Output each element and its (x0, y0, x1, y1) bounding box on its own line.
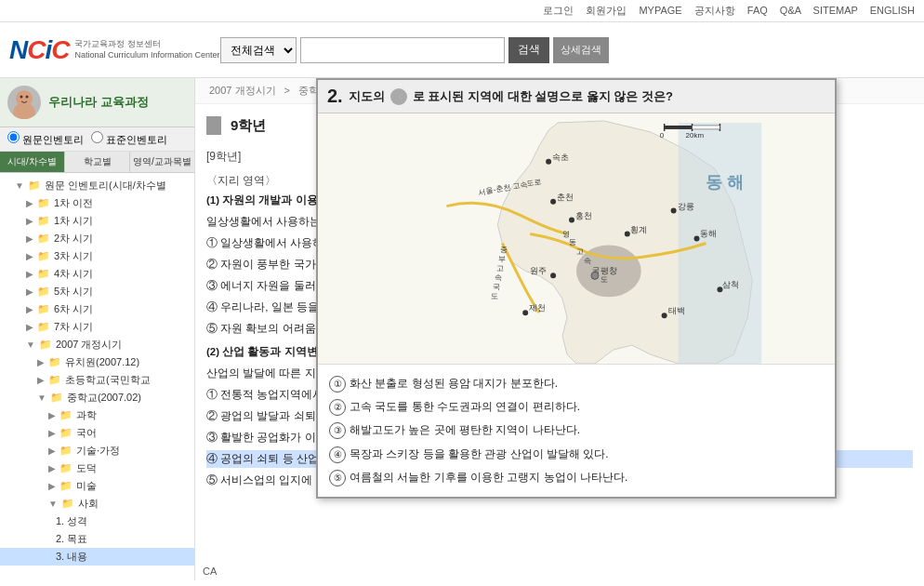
tree-item-2007[interactable]: ▼📁2007 개정시기 (0, 336, 194, 353)
nav-login[interactable]: 로그인 (543, 5, 574, 16)
tree-item-korean[interactable]: ▶📁국어 (0, 424, 194, 442)
svg-text:홍천: 홍천 (575, 211, 592, 220)
detail-search-button[interactable]: 상세검색 (553, 37, 609, 63)
sidebar-profile: 우리나라 교육과정 (0, 78, 194, 127)
search-button[interactable]: 검색 (508, 37, 549, 63)
svg-text:속초: 속초 (552, 153, 569, 162)
tree-item-1cha[interactable]: ▶📁1차 시기 (0, 212, 194, 230)
nav-join[interactable]: 회원가입 (586, 5, 627, 16)
svg-point-33 (591, 272, 599, 279)
svg-text:0: 0 (660, 131, 665, 140)
radio-label-standard[interactable]: 표준인벤토리 (91, 131, 167, 147)
radio-wonmun[interactable] (7, 131, 20, 143)
tree-item-6cha[interactable]: ▶📁6차 시기 (0, 300, 194, 318)
svg-text:횡계: 횡계 (630, 225, 647, 234)
tree-item-science[interactable]: ▶📁과학 (0, 406, 194, 424)
tab-subject[interactable]: 영역/교과목별 (130, 152, 194, 172)
svg-point-2 (20, 96, 23, 99)
tree-item-tech[interactable]: ▶📁기술·가정 (0, 442, 194, 459)
svg-point-1 (13, 102, 35, 119)
sidebar-radio-group: 원문인벤토리 표준인벤토리 (0, 127, 194, 152)
svg-text:원주: 원주 (530, 266, 547, 275)
answer-circle-2: ② (329, 399, 346, 416)
quiz-map: 서울-춘천 고속도로 영 동 고 속 국 도 중 부 고 속 국 도 (318, 113, 835, 365)
svg-point-19 (546, 159, 551, 165)
answer-circle-3: ③ (329, 422, 346, 439)
nav-sitemap[interactable]: SITEMAP (813, 5, 858, 16)
tree-item-social-1[interactable]: 1. 성격 (0, 513, 194, 530)
quiz-header: 2. 지도의 로 표시된 지역에 대한 설명으로 옳지 않은 것은? (318, 80, 835, 113)
tree-item-elementary[interactable]: ▶📁초등학교(국민학교 (0, 371, 194, 389)
answer-circle-4: ④ (329, 446, 346, 463)
svg-text:동: 동 (569, 238, 576, 246)
svg-text:제천: 제천 (529, 303, 546, 313)
svg-rect-4 (679, 123, 762, 364)
svg-point-25 (671, 208, 677, 214)
content-area: 2007 개정시기 > 중학교(2007.02) > 사회 > 3. 내 9학년… (195, 78, 924, 580)
logo-text: 국가교육과정 정보센터 National Curriculum Informat… (74, 39, 219, 60)
tree-item-7cha[interactable]: ▶📁7차 시기 (0, 318, 194, 336)
svg-point-27 (569, 218, 574, 223)
answer-circle-5: ⑤ (329, 470, 346, 486)
svg-point-23 (550, 199, 556, 205)
svg-text:도: 도 (601, 275, 608, 284)
svg-text:중: 중 (500, 246, 508, 254)
answer-circle-1: ① (329, 376, 346, 393)
tree-item-art[interactable]: ▶📁미술 (0, 477, 194, 495)
document-icon (206, 116, 221, 135)
header: NCiC 국가교육과정 정보센터 National Curriculum Inf… (0, 22, 924, 78)
tree-item-middle[interactable]: ▼📁중학교(2007.02) (0, 389, 194, 406)
svg-text:20km: 20km (686, 131, 705, 140)
svg-point-3 (26, 96, 29, 99)
logo-ncic: NCiC (9, 35, 69, 65)
sidebar-tree: ▼📁원문 인벤토리(시대/차수별 ▶📁1차 이전 ▶📁1차 시기 ▶📁2차 시기… (0, 173, 194, 569)
svg-text:동해: 동해 (701, 230, 718, 239)
svg-text:춘천: 춘천 (557, 193, 574, 202)
ca-label: CA (203, 566, 217, 577)
quiz-answer-3: ③ 해발고도가 높은 곳에 평탄한 지역이 나타난다. (329, 419, 824, 442)
logo-area: NCiC 국가교육과정 정보센터 National Curriculum Inf… (9, 35, 220, 65)
tab-era[interactable]: 시대/차수별 (0, 152, 65, 172)
nav-notice[interactable]: 공지사항 (694, 5, 735, 16)
tree-item-ethics[interactable]: ▶📁도덕 (0, 459, 194, 477)
tree-item-social[interactable]: ▼📁사회 (0, 495, 194, 513)
tree-item-4cha[interactable]: ▶📁4차 시기 (0, 265, 194, 283)
quiz-answer-5: ⑤ 여름철의 서늘한 기후를 이용한 고랭지 농업이 나타난다. (329, 466, 824, 489)
tree-item-5cha[interactable]: ▶📁5차 시기 (0, 283, 194, 300)
svg-point-39 (662, 313, 667, 318)
quiz-answer-1: ① 화산 분출로 형성된 용암 대지가 분포한다. (329, 372, 824, 395)
tree-item-3cha[interactable]: ▶📁3차 시기 (0, 247, 194, 265)
nav-english[interactable]: ENGLISH (870, 5, 915, 16)
sidebar: 우리나라 교육과정 원문인벤토리 표준인벤토리 시대/차수별 학교별 영역/교과… (0, 78, 195, 580)
nav-qa[interactable]: Q&A (780, 5, 801, 16)
search-input[interactable] (300, 37, 505, 63)
radio-standard[interactable] (91, 131, 103, 143)
svg-text:태백: 태백 (668, 306, 685, 315)
quiz-answer-2: ② 고속 국도를 통한 수도권과의 연결이 편리하다. (329, 395, 824, 419)
tree-item-wonmun[interactable]: ▼📁원문 인벤토리(시대/차수별 (0, 177, 194, 194)
svg-text:도: 도 (491, 292, 498, 300)
nav-mypage[interactable]: MYPAGE (639, 5, 681, 16)
search-type-select[interactable]: 전체검색 (220, 37, 297, 63)
svg-point-21 (694, 236, 700, 242)
tree-item-social-2[interactable]: 2. 목표 (0, 530, 194, 548)
svg-rect-46 (665, 126, 693, 129)
svg-text:속: 속 (584, 257, 591, 265)
tree-item-2cha[interactable]: ▶📁2차 시기 (0, 230, 194, 247)
svg-text:평창: 평창 (601, 266, 617, 275)
tree-item-1cha-before[interactable]: ▶📁1차 이전 (0, 194, 194, 212)
svg-point-37 (522, 310, 528, 315)
tree-item-social-3[interactable]: 3. 내용 (0, 548, 194, 566)
sidebar-profile-title: 우리나라 교육과정 (48, 94, 149, 111)
quiz-overlay: 2. 지도의 로 표시된 지역에 대한 설명으로 옳지 않은 것은? (316, 78, 837, 499)
radio-label-wonmun[interactable]: 원문인벤토리 (7, 131, 84, 147)
tree-item-kindergarten[interactable]: ▶📁유치원(2007.12) (0, 353, 194, 371)
svg-text:속: 속 (495, 273, 502, 282)
svg-point-31 (550, 273, 556, 278)
svg-text:고: 고 (496, 264, 504, 273)
nav-faq[interactable]: FAQ (747, 5, 768, 16)
svg-text:부: 부 (498, 255, 506, 263)
svg-text:강릉: 강릉 (678, 202, 694, 211)
tab-school[interactable]: 학교별 (65, 152, 130, 172)
quiz-answers: ① 화산 분출로 형성된 용암 대지가 분포한다. ② 고속 국도를 통한 수도… (318, 365, 835, 497)
